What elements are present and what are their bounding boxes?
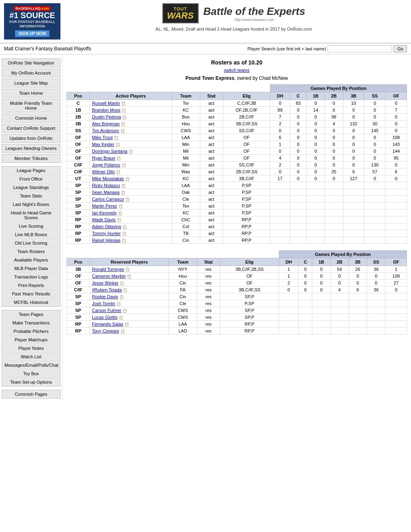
player-link[interactable]: Rookie Davis <box>92 294 118 299</box>
ss-cell <box>367 300 385 307</box>
2b-cell: 0 <box>330 279 349 286</box>
player-link[interactable]: Tommy Hunter <box>92 231 121 236</box>
old-live-scoring-link[interactable]: Old Live Scoring <box>2 239 60 247</box>
player-link[interactable]: Martin Perez <box>92 204 117 208</box>
front-office-link[interactable]: Front Office <box>2 175 60 183</box>
updates-link[interactable]: Updates from OnRoto <box>2 134 60 143</box>
last-nights-boxes-link[interactable]: Last Night's Boxes <box>2 200 60 209</box>
player-cell: Domingo Santana 📋 <box>90 148 172 154</box>
player-link[interactable]: Domingo Santana <box>92 149 127 154</box>
leagues-needing-owners-link[interactable]: Leagues Needing Owners <box>2 144 60 153</box>
player-link[interactable]: Cameron Maybin <box>92 274 126 278</box>
wars-label: WARS <box>167 11 194 20</box>
player-link[interactable]: Adam Ottavino <box>92 224 121 229</box>
mlb-player-data-link[interactable]: MLB Player Data <box>2 264 60 273</box>
player-link[interactable]: Dustin Pedroia <box>92 114 121 119</box>
league-pages-header-link[interactable]: League Pages <box>2 166 60 175</box>
player-link[interactable]: Russell Martin <box>92 101 120 106</box>
mcfbl-historical-link[interactable]: MCFBL Historical <box>2 298 60 306</box>
c-cell <box>290 237 307 243</box>
pos-cell: OF <box>67 279 90 286</box>
probable-pitchers-link[interactable]: Probable Pitchers <box>2 327 60 336</box>
make-transactions-link[interactable]: Make Transactions <box>2 319 60 327</box>
toy-box-link[interactable]: Toy Box <box>2 370 60 378</box>
switch-teams-link[interactable]: switch teams <box>224 68 250 73</box>
messages-link[interactable]: Messages/Email/Polls/Chat <box>2 361 60 370</box>
player-link[interactable]: Mike Trout <box>92 135 112 140</box>
source-line: #1 SOURCE <box>6 11 58 20</box>
sign-up-button[interactable]: SIGN UP NOW <box>15 30 50 37</box>
player-search-input[interactable] <box>328 45 392 52</box>
team-cell: LAD <box>169 327 197 334</box>
print-reports-link[interactable]: Print Reports <box>2 281 60 290</box>
player-link[interactable]: Tim Anderson <box>92 128 119 133</box>
player-link[interactable]: Sean Manaea <box>92 190 120 195</box>
player-link[interactable]: Mike Moustakas <box>92 176 124 181</box>
player-matchups-link[interactable]: Player Matchups <box>2 336 60 344</box>
dh-cell: 1 <box>279 272 298 279</box>
player-link[interactable]: Tony Cingrani <box>92 328 119 333</box>
2b-cell <box>330 320 349 327</box>
1b-cell: 0 <box>307 113 325 120</box>
watch-list-link[interactable]: Watch List <box>2 353 60 361</box>
player-link[interactable]: Brandon Moss <box>92 108 120 112</box>
player-link[interactable]: Wade Davis <box>92 217 116 222</box>
player-link[interactable]: Josh Tomlin <box>92 301 115 306</box>
team-cell: Mil <box>172 148 200 154</box>
go-button[interactable]: Go <box>394 45 407 52</box>
dh-cell: 1 <box>279 266 298 272</box>
player-link[interactable]: Max Kepler <box>92 142 114 147</box>
2b-cell: 4 <box>330 286 349 293</box>
2b-cell <box>325 182 343 189</box>
baseballhq-logo[interactable]: BASEBALLHQ.com #1 SOURCE FOR FANTASY BAS… <box>4 3 60 39</box>
player-link[interactable]: Jorge Polanco <box>92 162 120 167</box>
past-years-results-link[interactable]: Past Years' Results <box>2 290 60 298</box>
player-cell: Jorge Polanco 📋 <box>90 161 172 168</box>
available-players-link[interactable]: Available Players <box>2 256 60 264</box>
active-col-ss: SS <box>364 92 386 100</box>
transaction-logs-link[interactable]: Transaction Logs <box>2 273 60 281</box>
commish-home-link[interactable]: Commish Home <box>2 114 60 123</box>
league-site-map-link[interactable]: League Site Map <box>2 79 60 87</box>
elig-cell: P,SP <box>223 202 270 209</box>
live-mlb-boxes-link[interactable]: Live MLB Boxes <box>2 231 60 239</box>
1b-cell: 0 <box>307 161 325 168</box>
active-col-team: Team <box>172 92 200 100</box>
my-onroto-link[interactable]: My OnRoto Account <box>2 69 60 77</box>
player-link[interactable]: Ronald Torreyes <box>92 267 124 272</box>
player-link[interactable]: Fernando Salas <box>92 322 123 326</box>
ss-cell: 36 <box>367 286 385 293</box>
note-icon: 📋 <box>122 225 127 229</box>
team-rosters-link[interactable]: Team Rosters <box>2 247 60 256</box>
player-link[interactable]: Lucas Giolito <box>92 315 118 320</box>
player-link[interactable]: Ricky Nolasco <box>92 183 120 188</box>
player-link[interactable]: Jesse Winker <box>92 281 118 285</box>
member-tributes-link[interactable]: Member Tributes <box>2 154 60 163</box>
ss-cell: 0 <box>367 279 385 286</box>
live-scoring-link[interactable]: Live Scoring <box>2 222 60 231</box>
c-cell <box>290 216 307 223</box>
league-standings-link[interactable]: League Standings <box>2 183 60 192</box>
commish-pages-link[interactable]: Commish Pages <box>2 390 60 398</box>
player-link[interactable]: Wilmer Difo <box>92 169 115 174</box>
player-link[interactable]: Carson Fulmer <box>92 308 121 313</box>
onroto-nav-link[interactable]: OnRoto Site Navigation <box>2 58 60 67</box>
player-link[interactable]: #Ruben Tejada <box>92 287 122 292</box>
player-link[interactable]: Raisel Iglesias <box>92 238 120 243</box>
player-link[interactable]: Carlos Carrasco <box>92 197 124 202</box>
team-stats-link[interactable]: Team Stats <box>2 192 60 200</box>
of-cell <box>386 300 407 307</box>
player-link[interactable]: Ian Kennedy <box>92 210 117 215</box>
team-home-link[interactable]: Team Home <box>2 89 60 98</box>
player-link[interactable]: Alex Bregman <box>92 121 120 126</box>
team-setup-options-link[interactable]: Team Set-up Options <box>2 378 60 386</box>
c-cell <box>299 293 312 300</box>
head-to-head-link[interactable]: Head to Head Game Scores <box>2 209 60 222</box>
player-link[interactable]: Ryan Braun <box>92 156 115 160</box>
team-pages-header-link[interactable]: Team Pages <box>2 310 60 319</box>
reserved-table-row: SP Josh Tomlin 📋 Cle res P,SP <box>67 300 407 307</box>
contact-onroto-link[interactable]: Contact OnRoto Support <box>2 124 60 133</box>
of-cell: 95 <box>386 154 407 161</box>
player-notes-link[interactable]: Player Notes <box>2 344 60 353</box>
mobile-team-home-link[interactable]: Mobile Friendly Team Home <box>2 99 60 112</box>
